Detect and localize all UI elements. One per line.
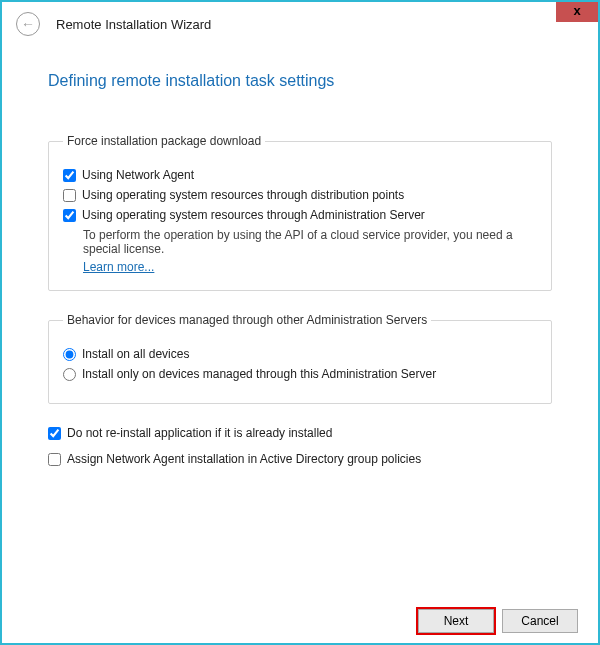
label-using-os-distribution: Using operating system resources through…: [82, 188, 404, 202]
radio-install-only-this[interactable]: [63, 368, 76, 381]
cancel-button[interactable]: Cancel: [502, 609, 578, 633]
label-using-network-agent: Using Network Agent: [82, 168, 194, 182]
opt-using-network-agent[interactable]: Using Network Agent: [63, 168, 537, 182]
footer-buttons: Next Cancel: [418, 609, 578, 633]
opt-using-os-distribution[interactable]: Using operating system resources through…: [63, 188, 537, 202]
checkbox-assign-agent-ad[interactable]: [48, 453, 61, 466]
checkbox-using-os-admin-server[interactable]: [63, 209, 76, 222]
note-cloud-api: To perform the operation by using the AP…: [83, 228, 537, 256]
page-title: Defining remote installation task settin…: [48, 72, 552, 90]
standalone-options: Do not re-install application if it is a…: [48, 426, 552, 466]
close-button[interactable]: x: [556, 2, 598, 22]
close-icon: x: [573, 3, 580, 18]
label-using-os-admin-server: Using operating system resources through…: [82, 208, 425, 222]
label-do-not-reinstall: Do not re-install application if it is a…: [67, 426, 332, 440]
label-install-only-this: Install only on devices managed through …: [82, 367, 436, 381]
radio-install-all[interactable]: [63, 348, 76, 361]
opt-install-all[interactable]: Install on all devices: [63, 347, 537, 361]
label-assign-agent-ad: Assign Network Agent installation in Act…: [67, 452, 421, 466]
checkbox-using-os-distribution[interactable]: [63, 189, 76, 202]
opt-install-only-this[interactable]: Install only on devices managed through …: [63, 367, 537, 381]
group-behavior: Behavior for devices managed through oth…: [48, 313, 552, 404]
group-force-download-legend: Force installation package download: [63, 134, 265, 148]
content: Defining remote installation task settin…: [2, 42, 598, 488]
arrow-left-icon: ←: [21, 17, 35, 31]
label-install-all: Install on all devices: [82, 347, 189, 361]
checkbox-using-network-agent[interactable]: [63, 169, 76, 182]
group-force-download: Force installation package download Usin…: [48, 134, 552, 291]
back-button[interactable]: ←: [16, 12, 40, 36]
opt-using-os-admin-server[interactable]: Using operating system resources through…: [63, 208, 537, 222]
header: ← Remote Installation Wizard: [2, 2, 598, 42]
next-button[interactable]: Next: [418, 609, 494, 633]
checkbox-do-not-reinstall[interactable]: [48, 427, 61, 440]
window-frame: x ← Remote Installation Wizard Defining …: [0, 0, 600, 645]
opt-assign-agent-ad[interactable]: Assign Network Agent installation in Act…: [48, 452, 552, 466]
link-learn-more[interactable]: Learn more...: [83, 260, 154, 274]
group-behavior-legend: Behavior for devices managed through oth…: [63, 313, 431, 327]
opt-do-not-reinstall[interactable]: Do not re-install application if it is a…: [48, 426, 552, 440]
window-title: Remote Installation Wizard: [56, 17, 211, 32]
